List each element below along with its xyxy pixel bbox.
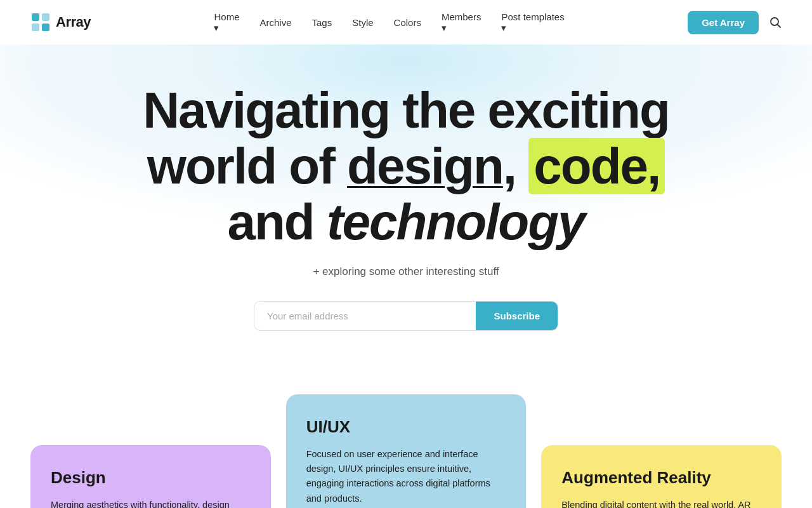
nav-item-colors[interactable]: Colors xyxy=(394,17,421,28)
hero-word-technology: technology xyxy=(327,194,585,250)
hero-word-design: design xyxy=(347,138,503,194)
card-design: Design Merging aesthetics with functiona… xyxy=(30,445,271,508)
card-design-body: Merging aesthetics with functionality, d… xyxy=(51,498,251,508)
hero-subtitle: + exploring some other interesting stuff xyxy=(51,265,761,278)
main-nav: Array Home ▾ Archive Tags Style Colors M… xyxy=(0,0,812,44)
logo-icon xyxy=(30,12,51,32)
nav-item-home[interactable]: Home ▾ xyxy=(214,11,239,34)
svg-line-5 xyxy=(777,25,780,28)
card-augmented-body: Blending digital content with the real w… xyxy=(561,498,761,508)
logo-link[interactable]: Array xyxy=(30,12,91,32)
hero-word-code: code, xyxy=(528,138,665,194)
email-input[interactable] xyxy=(254,302,476,330)
svg-rect-1 xyxy=(42,13,49,21)
hero-title-line3: and technology xyxy=(227,194,584,250)
card-uiux-body: Focused on user experience and interface… xyxy=(306,447,506,506)
hero-title: Navigating the exciting world of design,… xyxy=(51,83,761,250)
hero-subscribe-form: Subscribe xyxy=(254,301,558,331)
search-icon xyxy=(769,16,782,29)
chevron-down-icon: ▾ xyxy=(442,22,481,34)
search-button[interactable] xyxy=(769,16,782,29)
nav-item-post-templates[interactable]: Post templates ▾ xyxy=(501,11,564,34)
get-array-button[interactable]: Get Array xyxy=(688,11,759,34)
card-augmented: Augmented Reality Blending digital conte… xyxy=(541,445,782,508)
card-augmented-title: Augmented Reality xyxy=(561,468,761,488)
svg-rect-3 xyxy=(42,23,49,31)
hero-title-line1: Navigating the exciting xyxy=(143,82,669,138)
subscribe-button[interactable]: Subscribe xyxy=(476,302,558,330)
hero-title-line2: world of design, code, xyxy=(147,138,665,194)
chevron-down-icon: ▾ xyxy=(501,22,564,34)
nav-item-tags[interactable]: Tags xyxy=(312,17,332,28)
nav-item-members[interactable]: Members ▾ xyxy=(442,11,481,34)
nav-links: Home ▾ Archive Tags Style Colors Members… xyxy=(214,11,564,34)
logo-text: Array xyxy=(56,14,91,30)
hero-content: Navigating the exciting world of design,… xyxy=(51,83,761,331)
nav-item-archive[interactable]: Archive xyxy=(260,17,292,28)
cards-section: Design Merging aesthetics with functiona… xyxy=(0,420,812,508)
card-design-title: Design xyxy=(51,468,251,488)
nav-item-style[interactable]: Style xyxy=(352,17,373,28)
card-uiux-title: UI/UX xyxy=(306,417,506,437)
card-uiux: UI/UX Focused on user experience and int… xyxy=(286,394,527,508)
svg-rect-0 xyxy=(32,13,39,21)
chevron-down-icon: ▾ xyxy=(214,22,239,34)
svg-rect-2 xyxy=(32,23,39,31)
nav-right: Get Array xyxy=(688,11,782,34)
hero-section: Navigating the exciting world of design,… xyxy=(0,44,812,382)
